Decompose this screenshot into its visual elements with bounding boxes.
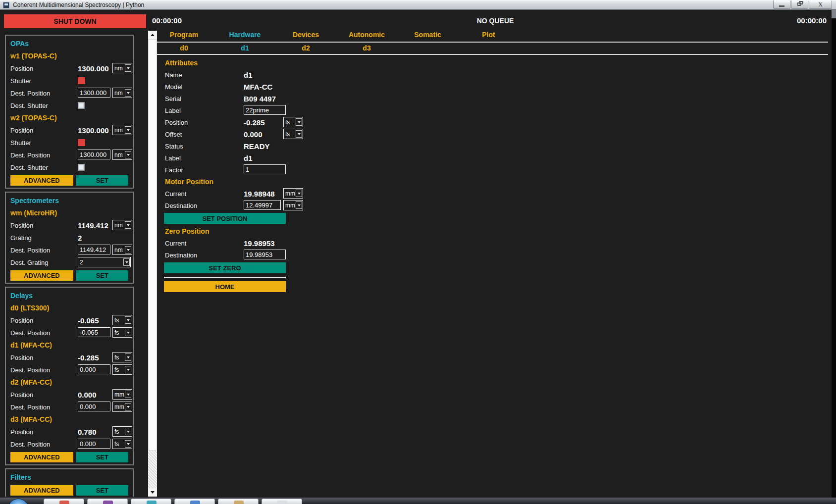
scroll-up-button[interactable] [148,31,157,39]
text-input[interactable] [78,245,110,254]
dropdown-arrow-icon[interactable] [296,190,302,197]
advanced-button[interactable]: ADVANCED [10,270,73,281]
dropdown-arrow-icon[interactable] [125,366,131,373]
taskbar-app-2-button[interactable] [87,499,128,504]
text-input[interactable] [244,164,286,174]
advanced-button[interactable]: ADVANCED [10,452,73,462]
checkbox[interactable] [78,164,85,171]
shutdown-button[interactable]: SHUT DOWN [4,14,146,28]
dropdown-arrow-icon[interactable] [125,391,131,398]
field-row: Destinationmm [161,200,310,211]
unit-select[interactable]: fs [283,129,303,139]
dropdown-arrow-icon[interactable] [125,440,131,448]
scroll-down-button[interactable] [148,488,157,497]
unit-select[interactable]: mm [283,188,303,199]
dropdown-arrow-icon[interactable] [125,316,131,324]
text-input[interactable] [244,105,286,115]
dropdown-arrow-icon[interactable] [125,89,131,97]
advanced-button[interactable]: ADVANCED [10,485,73,496]
unit-select[interactable]: nm [112,150,132,160]
value-display: -0.065 [78,315,99,325]
tab-plot[interactable]: Plot [458,30,519,40]
app-5-icon [234,501,244,504]
set-button[interactable]: SET [76,452,128,462]
tab-program[interactable]: Program [154,30,214,40]
text-input[interactable] [78,402,110,411]
dropdown-arrow-icon[interactable] [125,428,131,435]
dropdown-arrow-icon[interactable] [125,221,131,229]
set-button[interactable]: SET [76,175,128,186]
text-input[interactable] [244,200,281,210]
set-position-button[interactable]: SET POSITION [164,213,286,224]
unit-select[interactable]: mm [283,200,303,210]
dropdown-arrow-icon[interactable] [125,151,131,158]
dropdown-arrow-icon[interactable] [296,118,302,126]
scrollbar-thumb[interactable] [148,39,157,451]
text-input[interactable] [78,88,110,98]
unit-select[interactable]: nm [112,220,132,230]
unit-select[interactable]: nm [112,88,132,98]
close-button[interactable]: X [809,0,832,9]
subtab-d2[interactable]: d2 [275,43,336,53]
unit-select[interactable]: fs [112,327,132,338]
dropdown-arrow-icon[interactable] [125,246,131,253]
dropdown-arrow-icon[interactable] [125,353,131,361]
unit-select[interactable]: fs [283,117,303,127]
selected-option: 2 [78,259,123,266]
unit-select[interactable]: mm [112,402,132,412]
text-input[interactable] [78,364,110,374]
home-button[interactable]: HOME [164,281,286,292]
sidebar-scrollbar[interactable] [148,31,157,497]
selected-option: fs [113,317,125,324]
text-input[interactable] [78,439,110,449]
unit-select[interactable]: mm [112,389,132,400]
close-icon: X [809,1,832,8]
dropdown-arrow-icon[interactable] [123,258,130,266]
unit-select[interactable]: fs [112,439,132,449]
field-label: Position [10,65,33,72]
tab-somatic[interactable]: Somatic [397,30,458,40]
text-input[interactable] [78,150,110,159]
taskbar-app-3-button[interactable] [131,499,171,504]
dropdown-arrow-icon[interactable] [125,329,131,336]
set-zero-button[interactable]: SET ZERO [164,262,286,273]
dropdown-arrow-icon[interactable] [125,64,131,72]
tab-devices[interactable]: Devices [275,30,336,40]
advanced-button[interactable]: ADVANCED [10,175,73,186]
dropdown-arrow-icon[interactable] [125,403,131,410]
value-display: 1149.412 [78,220,108,230]
minimize-button[interactable] [773,0,790,9]
dropdown-arrow-icon[interactable] [125,126,131,134]
panel-title: Delays [6,290,133,302]
tab-hardware[interactable]: Hardware [214,30,275,40]
set-button[interactable]: SET [76,485,128,496]
text-input[interactable] [78,327,110,337]
restore-button[interactable] [791,0,808,9]
field-label: Dest. Position [10,403,50,411]
dropdown-arrow-icon[interactable] [296,130,302,138]
taskbar-app-6-button[interactable] [261,499,302,504]
taskbar-app-4-button[interactable] [174,499,215,504]
start-button[interactable] [8,499,29,504]
dropdown-arrow-icon[interactable] [296,202,302,209]
field-row: Position1300.000nm [6,62,133,75]
checkbox[interactable] [78,102,85,109]
subtab-d3[interactable]: d3 [336,43,397,53]
set-button[interactable]: SET [76,270,128,281]
tab-autonomic[interactable]: Autonomic [336,30,397,40]
unit-select[interactable]: fs [112,315,132,325]
unit-select[interactable]: fs [112,426,132,437]
taskbar-app-5-button[interactable] [218,499,259,504]
unit-select[interactable]: fs [112,364,132,375]
taskbar-app-1-button[interactable] [44,499,84,504]
text-input[interactable] [244,250,286,259]
unit-select[interactable]: fs [112,352,132,362]
subtab-d0[interactable]: d0 [154,43,214,53]
unit-select[interactable]: nm [112,245,132,255]
value-display: -0.285 [78,352,99,362]
scrollbar-track[interactable] [148,451,157,488]
unit-select[interactable]: nm [112,125,132,135]
unit-select[interactable]: nm [112,63,132,73]
dropdown-select[interactable]: 2 [78,257,131,267]
subtab-d1[interactable]: d1 [214,43,275,53]
